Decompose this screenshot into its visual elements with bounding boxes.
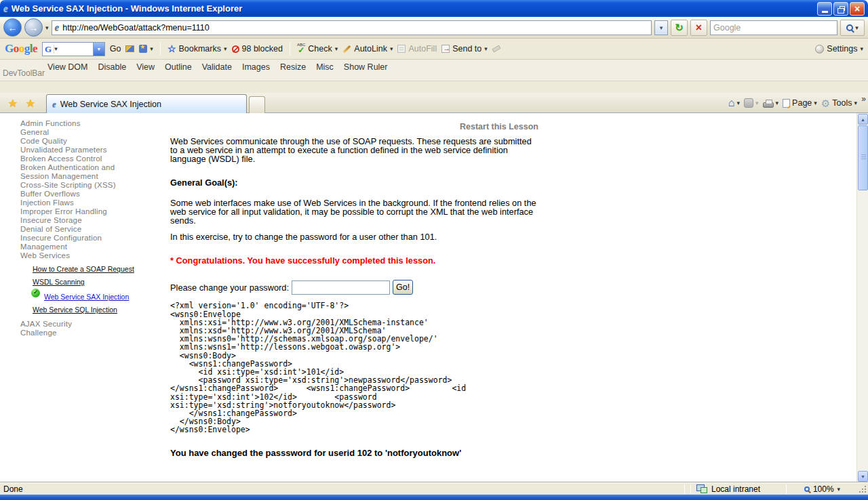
tools-menu-button[interactable]: ⚙Tools▾: [821, 98, 857, 108]
page-menu-button[interactable]: Page▾: [783, 98, 817, 108]
google-search-combo[interactable]: G ▾ ▾: [42, 42, 105, 56]
go-button[interactable]: Go!: [393, 280, 413, 295]
sidebar-category[interactable]: Insecure Configuration Management: [20, 234, 137, 251]
sidebar-category[interactable]: Cross-Site Scripting (XSS): [20, 181, 137, 190]
security-zone-panel: Local intranet: [691, 484, 786, 494]
sidebar-category[interactable]: General: [20, 128, 137, 137]
google-search-dropdown[interactable]: ▾: [93, 43, 104, 56]
url-input[interactable]: [62, 23, 648, 33]
search-icon: [846, 24, 853, 31]
print-button[interactable]: ▾: [763, 99, 779, 108]
forward-button[interactable]: →: [24, 18, 43, 37]
home-button[interactable]: ⌂▾: [728, 98, 740, 108]
sidebar-category[interactable]: Challenge: [20, 329, 137, 337]
scroll-down-button[interactable]: ▼: [858, 471, 868, 482]
devtoolbar-label: DevToolBar: [3, 68, 45, 78]
search-dropdown-icon[interactable]: ▾: [855, 24, 859, 31]
tab-web-service-sax-injection[interactable]: e Web Service SAX Injection: [46, 94, 247, 113]
dropdown-icon: ▾: [837, 486, 841, 493]
separator: [160, 42, 161, 56]
password-input[interactable]: [292, 280, 390, 295]
refresh-button[interactable]: ↻: [671, 20, 688, 36]
close-button[interactable]: ×: [850, 2, 865, 16]
news-button[interactable]: [125, 45, 134, 52]
sidebar-category[interactable]: Denial of Service: [20, 225, 137, 234]
popup-blocker-button[interactable]: 98 blocked: [232, 44, 283, 54]
favorites-star-icon: ★: [8, 97, 18, 110]
devtoolbar-menu-item[interactable]: Misc: [316, 62, 334, 72]
lesson-label: Web Service SQL Injection: [33, 306, 117, 314]
gear-icon: ⚙: [821, 98, 830, 108]
goal-text: Some web interfaces make use of Web Serv…: [170, 199, 540, 226]
restore-button[interactable]: [833, 2, 848, 16]
lesson-list: How to Create a SOAP Request WSDL Scanni…: [33, 266, 137, 314]
zoom-control[interactable]: 100% ▾: [787, 484, 858, 494]
devtoolbar-menu-item[interactable]: Show Ruler: [344, 62, 388, 72]
address-field[interactable]: e: [52, 20, 652, 35]
minimize-button[interactable]: [817, 2, 832, 16]
search-box[interactable]: [710, 20, 837, 35]
restore-icon: [840, 6, 845, 11]
devtoolbar-menu-item[interactable]: Outline: [165, 62, 192, 72]
devtoolbar-menu-item[interactable]: Images: [242, 62, 270, 72]
settings-label: Settings: [827, 44, 857, 54]
search-input[interactable]: [713, 23, 834, 33]
sidebar-category[interactable]: Code Quality: [20, 137, 137, 146]
bookmarks-star-icon: ☆: [167, 43, 176, 54]
dropdown-icon: ▾: [660, 24, 663, 31]
soap-xml-code: <?xml version='1.0' encoding='UTF-8'?> <…: [170, 301, 540, 434]
sidebar-category[interactable]: AJAX Security: [20, 320, 137, 329]
category-list: Admin FunctionsGeneralCode QualityUnvali…: [20, 119, 137, 260]
sidebar-category[interactable]: Unvalidated Parameters: [20, 146, 137, 154]
scroll-up-button[interactable]: ▲: [858, 114, 868, 125]
spellcheck-button[interactable]: ABC✓ Check ▾: [297, 43, 338, 54]
back-button[interactable]: ←: [3, 18, 22, 37]
sidebar-category[interactable]: Admin Functions: [20, 119, 137, 128]
minimize-icon: [822, 11, 828, 13]
sidebar-category[interactable]: Insecure Storage: [20, 216, 137, 225]
add-favorite-button[interactable]: ★: [22, 95, 39, 111]
stop-button[interactable]: ×: [690, 20, 707, 36]
sidebar-category[interactable]: Improper Error Handling: [20, 207, 137, 216]
devtoolbar-menu-item[interactable]: View: [136, 62, 155, 72]
scrollbar-thumb[interactable]: [858, 125, 868, 190]
new-tab-button[interactable]: [249, 96, 265, 113]
lesson-label: How to Create a SOAP Request: [33, 265, 134, 273]
devtoolbar-menu-item[interactable]: Disable: [98, 62, 127, 72]
autolink-label: AutoLink: [354, 44, 387, 54]
devtoolbar-menu-item[interactable]: Validate: [202, 62, 232, 72]
sidebar-category[interactable]: Broken Access Control: [20, 154, 137, 163]
sendto-button[interactable]: Send to ▾: [441, 44, 488, 54]
sidebar-lesson-link[interactable]: Web Service SAX Injection: [33, 293, 129, 301]
sidebar-category[interactable]: Buffer Overflows: [20, 190, 137, 199]
devtoolbar-menu-item[interactable]: View DOM: [47, 62, 88, 72]
result-message: You have changed the passsword for useri…: [170, 448, 540, 458]
toolbar-overflow-chevron[interactable]: »: [861, 94, 866, 104]
bookmarks-button[interactable]: ☆ Bookmarks ▾: [167, 43, 227, 54]
search-go-button[interactable]: ▾: [840, 20, 865, 36]
vertical-scrollbar[interactable]: ▲ ▼: [856, 113, 868, 482]
page-content: Admin FunctionsGeneralCode QualityUnvali…: [0, 113, 868, 482]
badge-button[interactable]: ▾: [139, 45, 153, 53]
sidebar-category[interactable]: Broken Authentication and Session Manage…: [20, 163, 137, 181]
sidebar-lesson-link[interactable]: Web Service SQL Injection: [33, 306, 117, 314]
google-search-input[interactable]: [58, 43, 93, 56]
address-dropdown-button[interactable]: ▾: [654, 20, 668, 35]
autolink-button[interactable]: AutoLink ▾: [342, 44, 393, 54]
sidebar-lesson-link[interactable]: WSDL Scanning: [33, 278, 85, 286]
google-toolbar: Google G ▾ ▾ Go ▾ ☆ Bookmarks ▾ 98 block…: [0, 39, 868, 60]
history-dropdown[interactable]: ▾: [45, 24, 49, 31]
resize-grip-icon: [858, 484, 867, 494]
page-label: Page: [792, 98, 812, 108]
sidebar-category[interactable]: Web Services: [20, 251, 137, 260]
google-go-button[interactable]: Go: [110, 44, 121, 54]
sidebar-lesson-link[interactable]: How to Create a SOAP Request: [33, 266, 134, 273]
feeds-button[interactable]: ▾: [744, 98, 759, 108]
settings-button[interactable]: Settings ▾: [815, 44, 863, 54]
zoom-icon: [804, 486, 810, 492]
sidebar-category[interactable]: Injection Flaws: [20, 199, 137, 207]
back-icon: ←: [8, 22, 18, 33]
favorites-button[interactable]: ★: [4, 95, 22, 111]
devtoolbar-menu-item[interactable]: Resize: [280, 62, 306, 72]
restart-lesson-link[interactable]: Restart this Lesson: [170, 123, 540, 131]
